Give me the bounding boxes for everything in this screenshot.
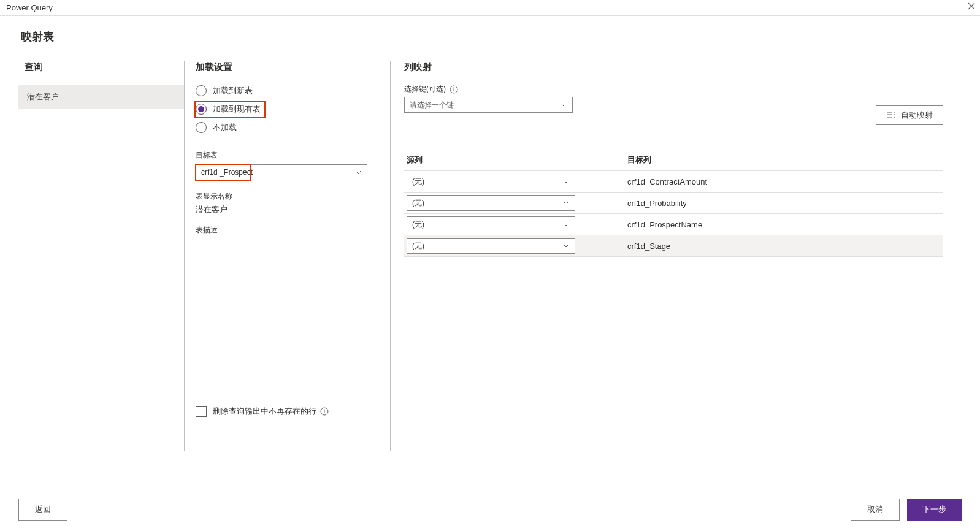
- select-key-label: 选择键(可选): [404, 84, 446, 94]
- mapping-table-header: 源列 目标列: [404, 150, 943, 171]
- radio-load-existing[interactable]: 加载到现有表: [196, 102, 264, 116]
- display-name-label: 表显示名称: [196, 191, 378, 202]
- checkbox-icon: [196, 406, 207, 417]
- radio-load-new[interactable]: 加载到新表: [196, 84, 378, 97]
- source-value: (无): [412, 177, 424, 187]
- delete-rows-checkbox[interactable]: 删除查询输出中不再存在的行 i: [196, 406, 378, 417]
- target-table-value: crf1d _Prospect: [201, 168, 253, 177]
- radio-icon: [196, 104, 207, 115]
- chevron-down-icon: [562, 242, 570, 250]
- display-name-value: 潜在客户: [196, 204, 378, 215]
- radio-icon: [196, 122, 207, 133]
- target-column: crf1d_ContractAmount: [625, 177, 943, 186]
- page-title: 映射表: [18, 29, 962, 44]
- column-mapping-panel: 列映射 选择键(可选) i 请选择一个键: [391, 61, 962, 454]
- select-key-placeholder: 请选择一个键: [410, 100, 454, 110]
- chevron-down-icon: [560, 101, 567, 109]
- auto-map-button[interactable]: 自动映射: [876, 105, 943, 125]
- footer: 返回 取消 下一步: [0, 487, 980, 531]
- header-source: 源列: [404, 155, 625, 166]
- chevron-down-icon: [354, 169, 362, 176]
- radio-label: 加载到新表: [213, 85, 253, 96]
- window-title: Power Query: [6, 3, 53, 12]
- radio-icon: [196, 85, 207, 96]
- load-heading: 加载设置: [196, 61, 378, 73]
- source-column-select[interactable]: (无): [407, 195, 575, 211]
- chevron-down-icon: [562, 221, 570, 228]
- target-table-select[interactable]: crf1d _Prospect: [196, 164, 367, 180]
- queries-panel: 查询 潜在客户: [18, 61, 184, 454]
- close-icon[interactable]: [968, 1, 975, 12]
- query-item[interactable]: 潜在客户: [18, 85, 184, 109]
- radio-load-none[interactable]: 不加载: [196, 121, 378, 134]
- target-column: crf1d_ProspectName: [625, 220, 943, 229]
- chevron-down-icon: [562, 199, 570, 207]
- svg-text:i: i: [453, 86, 454, 93]
- load-settings-panel: 加载设置 加载到新表 加载到现有表 不加载 目标: [185, 61, 390, 454]
- delete-rows-label: 删除查询输出中不再存在的行: [213, 406, 316, 417]
- svg-text:i: i: [324, 408, 325, 414]
- source-column-select[interactable]: (无): [407, 174, 575, 189]
- desc-label: 表描述: [196, 225, 378, 235]
- select-key-dropdown[interactable]: 请选择一个键: [404, 97, 573, 113]
- source-column-select[interactable]: (无): [407, 238, 575, 254]
- source-value: (无): [412, 220, 424, 230]
- header-target: 目标列: [625, 155, 943, 166]
- load-radio-group: 加载到新表 加载到现有表 不加载: [196, 84, 378, 139]
- next-button[interactable]: 下一步: [907, 499, 962, 521]
- mapping-row: (无) crf1d_Stage: [404, 235, 943, 257]
- cancel-button[interactable]: 取消: [851, 499, 900, 521]
- source-value: (无): [412, 198, 424, 208]
- mapping-table: 源列 目标列 (无) crf1d_ContractAmount: [404, 150, 943, 257]
- radio-label: 不加载: [213, 122, 237, 133]
- mapping-row: (无) crf1d_ProspectName: [404, 214, 943, 235]
- chevron-down-icon: [562, 178, 570, 185]
- mapping-row: (无) crf1d_ContractAmount: [404, 171, 943, 193]
- mapping-row: (无) crf1d_Probability: [404, 193, 943, 214]
- source-column-select[interactable]: (无): [407, 216, 575, 232]
- target-column: crf1d_Stage: [625, 242, 943, 251]
- queries-heading: 查询: [18, 61, 184, 73]
- radio-label: 加载到现有表: [213, 104, 261, 115]
- back-button[interactable]: 返回: [18, 499, 67, 521]
- info-icon[interactable]: i: [450, 85, 458, 94]
- target-table-label: 目标表: [196, 150, 378, 161]
- columns: 查询 潜在客户 加载设置 加载到新表 加载到现有表: [18, 61, 962, 454]
- auto-map-icon: [886, 110, 896, 121]
- target-column: crf1d_Probability: [625, 199, 943, 208]
- info-icon[interactable]: i: [320, 407, 329, 416]
- titlebar: Power Query: [0, 0, 980, 16]
- auto-map-label: 自动映射: [901, 110, 933, 121]
- source-value: (无): [412, 241, 424, 251]
- page-body: 映射表 查询 潜在客户 加载设置 加载到新表 加载到现有表: [0, 16, 980, 466]
- map-heading: 列映射: [404, 61, 962, 73]
